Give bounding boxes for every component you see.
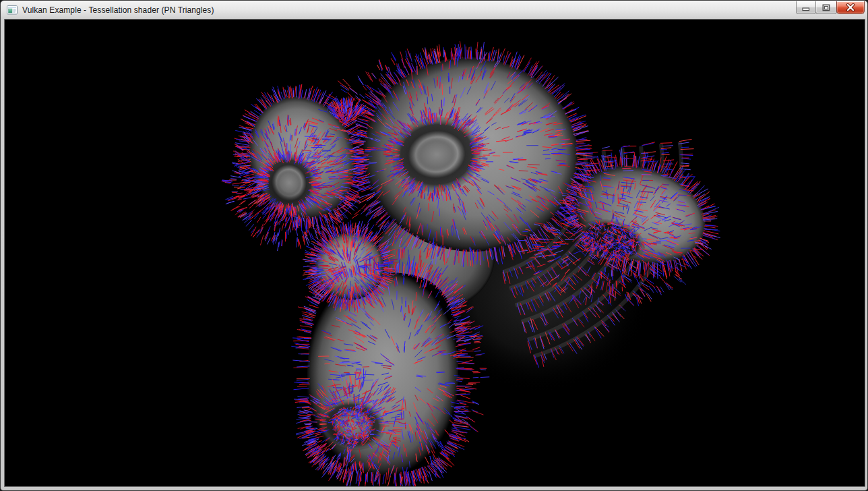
window-titlebar[interactable]: Vulkan Example - Tessellation shader (PN… — [1, 1, 867, 20]
close-icon — [846, 3, 855, 11]
render-viewport — [5, 20, 865, 486]
close-button[interactable] — [836, 1, 865, 14]
window-title: Vulkan Example - Tessellation shader (PN… — [22, 5, 214, 15]
app-window: Vulkan Example - Tessellation shader (PN… — [0, 0, 868, 491]
maximize-icon — [822, 4, 830, 11]
app-icon[interactable] — [7, 5, 18, 16]
window-controls — [797, 1, 865, 14]
maximize-button[interactable] — [815, 1, 837, 14]
viewport-canvas[interactable] — [5, 20, 865, 486]
minimize-button[interactable] — [796, 1, 816, 14]
minimize-icon — [802, 4, 810, 11]
